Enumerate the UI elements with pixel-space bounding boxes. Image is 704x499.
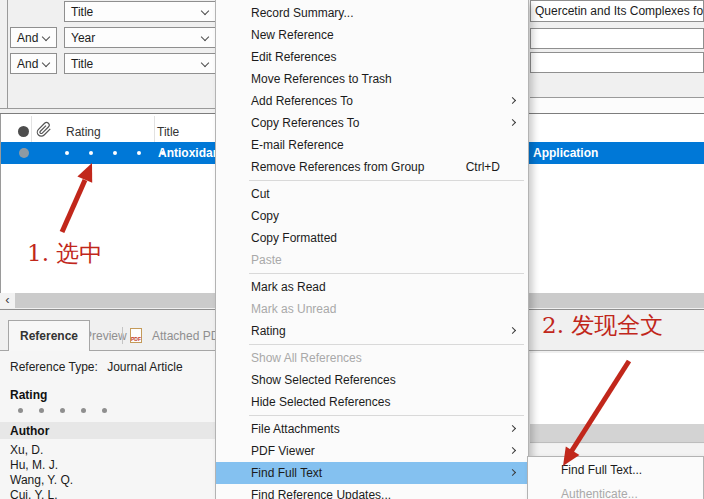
- boolean-label: And: [17, 57, 38, 71]
- chevron-down-icon: [201, 59, 209, 67]
- column-divider: [31, 116, 32, 142]
- row-title-right: Application: [533, 146, 598, 160]
- menu-item-record-summary[interactable]: Record Summary...: [216, 2, 528, 24]
- menu-label: File Attachments: [251, 422, 340, 436]
- author-item[interactable]: Cui, Y. L.: [10, 488, 73, 499]
- pdf-icon: PDF: [130, 328, 142, 343]
- menu-label: Cut: [251, 187, 270, 201]
- reference-type-value: Journal Article: [107, 360, 182, 374]
- chevron-down-icon: [42, 33, 50, 41]
- menu-label: Authenticate...: [561, 487, 638, 499]
- menu-item-add-references-to[interactable]: Add References To: [216, 90, 528, 112]
- find-full-text-submenu: Find Full Text... Authenticate...: [527, 456, 704, 499]
- menu-label: Add References To: [251, 94, 353, 108]
- author-item[interactable]: Xu, D.: [10, 443, 73, 458]
- attachment-column-icon[interactable]: [36, 121, 52, 138]
- search-field-select-3[interactable]: Title: [64, 53, 216, 74]
- tab-label: Attached PDFs: [152, 329, 216, 343]
- annotation-step2: 2. 发现全文: [542, 310, 663, 341]
- tab-reference[interactable]: Reference: [8, 320, 90, 351]
- rating-dots: [65, 151, 165, 155]
- scroll-left-icon[interactable]: [0, 293, 15, 308]
- spacer: [530, 98, 704, 113]
- rating-dots[interactable]: [18, 408, 107, 413]
- menu-item-copy[interactable]: Copy: [216, 205, 528, 227]
- search-field-select-2[interactable]: Year: [64, 27, 216, 48]
- search-field-label: Year: [71, 31, 95, 45]
- menu-item-copy-formatted[interactable]: Copy Formatted: [216, 227, 528, 249]
- menu-item-rating[interactable]: Rating: [216, 320, 528, 342]
- search-value-text: Quercetin and Its Complexes for M: [535, 4, 704, 18]
- search-field-select-1[interactable]: Title: [64, 1, 216, 22]
- menu-item-email-reference[interactable]: E-mail Reference: [216, 134, 528, 156]
- author-item[interactable]: Wang, Y. Q.: [10, 473, 73, 488]
- menu-item-mark-as-read[interactable]: Mark as Read: [216, 276, 528, 298]
- menu-label: PDF Viewer: [251, 444, 315, 458]
- menu-separator: [249, 415, 524, 416]
- menu-item-edit-references[interactable]: Edit References: [216, 46, 528, 68]
- menu-label: Find Full Text: [251, 466, 322, 480]
- menu-label: Copy References To: [251, 116, 360, 130]
- boolean-select-2[interactable]: And: [10, 27, 57, 48]
- submenu-arrow-icon: [509, 119, 516, 126]
- menu-label: Edit References: [251, 50, 336, 64]
- boolean-select-3[interactable]: And: [10, 53, 57, 74]
- read-status-icon: [19, 148, 29, 158]
- menu-item-copy-references-to[interactable]: Copy References To: [216, 112, 528, 134]
- menu-item-find-reference-updates[interactable]: Find Reference Updates...: [216, 484, 528, 499]
- menu-separator: [249, 344, 524, 345]
- column-header-rating[interactable]: Rating: [66, 125, 101, 139]
- menu-item-file-attachments[interactable]: File Attachments: [216, 418, 528, 440]
- endnote-window: Title Quercetin and Its Complexes for M …: [0, 0, 704, 499]
- divider: [0, 108, 216, 109]
- menu-item-hide-selected-references[interactable]: Hide Selected References: [216, 391, 528, 413]
- menu-label: Rating: [251, 324, 286, 338]
- menu-label: Mark as Unread: [251, 302, 336, 316]
- submenu-arrow-icon: [509, 327, 516, 334]
- menu-item-find-full-text[interactable]: Find Full Text: [216, 462, 528, 484]
- submenu-arrow-icon: [509, 447, 516, 454]
- search-value-input-2[interactable]: [530, 28, 704, 49]
- submenu-item-authenticate: Authenticate...: [528, 482, 703, 499]
- context-menu: Record Summary... New Reference Edit Ref…: [215, 0, 529, 499]
- submenu-item-find-full-text[interactable]: Find Full Text...: [528, 458, 703, 482]
- read-status-column-icon[interactable]: [18, 126, 29, 137]
- search-field-label: Title: [71, 5, 93, 19]
- menu-item-mark-as-unread: Mark as Unread: [216, 298, 528, 320]
- row-title-left: Antioxidan: [158, 146, 220, 160]
- column-header-title[interactable]: Title: [157, 125, 179, 139]
- menu-item-show-all-references: Show All References: [216, 347, 528, 369]
- author-field-label: Author: [10, 424, 49, 438]
- submenu-arrow-icon: [509, 97, 516, 104]
- chevron-down-icon: [42, 59, 50, 67]
- panel-strip: [530, 444, 704, 456]
- menu-label: Remove References from Group: [251, 160, 424, 174]
- search-value-input-3[interactable]: [530, 52, 704, 73]
- tab-attached-pdfs[interactable]: Attached PDFs: [144, 322, 216, 350]
- menu-item-paste: Paste: [216, 249, 528, 271]
- menu-label: Move References to Trash: [251, 72, 392, 86]
- menu-label: Record Summary...: [251, 6, 353, 20]
- author-item[interactable]: Hu, M. J.: [10, 458, 73, 473]
- reference-type-row: Reference Type: Journal Article: [10, 360, 183, 374]
- menu-item-move-references-to-trash[interactable]: Move References to Trash: [216, 68, 528, 90]
- menu-shortcut: Ctrl+D: [466, 160, 500, 174]
- annotation-step1: 1. 选中: [27, 238, 102, 269]
- menu-label: Paste: [251, 253, 282, 267]
- tab-label: Reference: [20, 329, 78, 343]
- panel-border: [7, 0, 8, 108]
- menu-label: Show All References: [251, 351, 362, 365]
- tab-label: Preview: [84, 329, 127, 343]
- boolean-label: And: [17, 31, 38, 45]
- menu-item-pdf-viewer[interactable]: PDF Viewer: [216, 440, 528, 462]
- menu-label: Mark as Read: [251, 280, 326, 294]
- menu-item-cut[interactable]: Cut: [216, 183, 528, 205]
- menu-item-new-reference[interactable]: New Reference: [216, 24, 528, 46]
- menu-item-remove-references-from-group[interactable]: Remove References from GroupCtrl+D: [216, 156, 528, 178]
- menu-separator: [249, 273, 524, 274]
- menu-label: Find Reference Updates...: [251, 488, 391, 499]
- menu-item-show-selected-references[interactable]: Show Selected References: [216, 369, 528, 391]
- search-value-input-1[interactable]: Quercetin and Its Complexes for M: [530, 0, 704, 22]
- divider: [122, 327, 123, 344]
- submenu-arrow-icon: [509, 425, 516, 432]
